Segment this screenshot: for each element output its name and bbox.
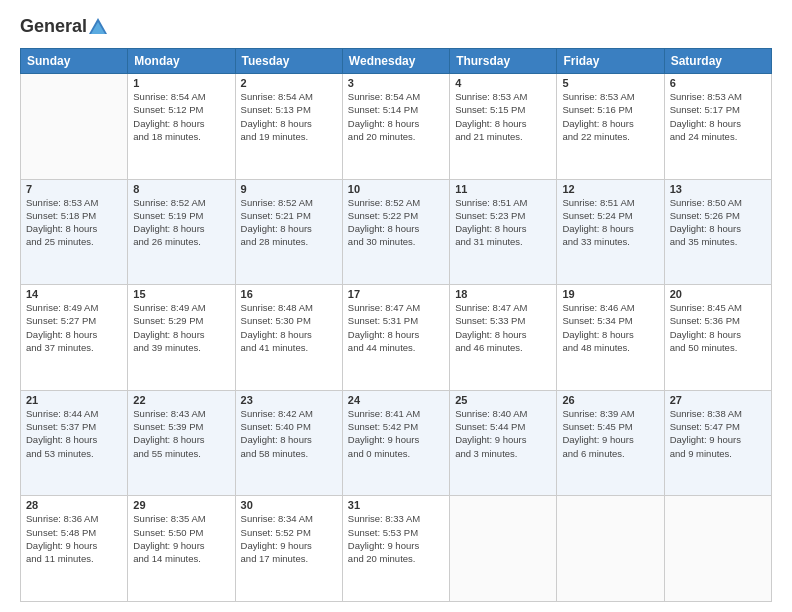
day-number: 2	[241, 77, 337, 89]
day-cell-16: 16Sunrise: 8:48 AM Sunset: 5:30 PM Dayli…	[235, 285, 342, 391]
day-cell-7: 7Sunrise: 8:53 AM Sunset: 5:18 PM Daylig…	[21, 179, 128, 285]
header: General	[20, 16, 772, 38]
day-info: Sunrise: 8:41 AM Sunset: 5:42 PM Dayligh…	[348, 407, 444, 460]
weekday-header-wednesday: Wednesday	[342, 49, 449, 74]
page: General SundayMondayTuesdayWednesdayThur…	[0, 0, 792, 612]
day-number: 28	[26, 499, 122, 511]
day-number: 23	[241, 394, 337, 406]
day-info: Sunrise: 8:38 AM Sunset: 5:47 PM Dayligh…	[670, 407, 766, 460]
day-info: Sunrise: 8:53 AM Sunset: 5:15 PM Dayligh…	[455, 90, 551, 143]
day-info: Sunrise: 8:51 AM Sunset: 5:23 PM Dayligh…	[455, 196, 551, 249]
weekday-header-saturday: Saturday	[664, 49, 771, 74]
day-cell-31: 31Sunrise: 8:33 AM Sunset: 5:53 PM Dayli…	[342, 496, 449, 602]
day-info: Sunrise: 8:42 AM Sunset: 5:40 PM Dayligh…	[241, 407, 337, 460]
day-info: Sunrise: 8:54 AM Sunset: 5:14 PM Dayligh…	[348, 90, 444, 143]
day-number: 13	[670, 183, 766, 195]
day-number: 29	[133, 499, 229, 511]
day-cell-2: 2Sunrise: 8:54 AM Sunset: 5:13 PM Daylig…	[235, 74, 342, 180]
day-cell-29: 29Sunrise: 8:35 AM Sunset: 5:50 PM Dayli…	[128, 496, 235, 602]
day-number: 17	[348, 288, 444, 300]
day-cell-6: 6Sunrise: 8:53 AM Sunset: 5:17 PM Daylig…	[664, 74, 771, 180]
day-info: Sunrise: 8:33 AM Sunset: 5:53 PM Dayligh…	[348, 512, 444, 565]
day-cell-18: 18Sunrise: 8:47 AM Sunset: 5:33 PM Dayli…	[450, 285, 557, 391]
weekday-header-thursday: Thursday	[450, 49, 557, 74]
day-number: 31	[348, 499, 444, 511]
day-cell-26: 26Sunrise: 8:39 AM Sunset: 5:45 PM Dayli…	[557, 390, 664, 496]
day-info: Sunrise: 8:52 AM Sunset: 5:19 PM Dayligh…	[133, 196, 229, 249]
day-number: 21	[26, 394, 122, 406]
day-number: 16	[241, 288, 337, 300]
day-info: Sunrise: 8:50 AM Sunset: 5:26 PM Dayligh…	[670, 196, 766, 249]
empty-cell	[21, 74, 128, 180]
day-number: 26	[562, 394, 658, 406]
day-info: Sunrise: 8:47 AM Sunset: 5:31 PM Dayligh…	[348, 301, 444, 354]
day-number: 8	[133, 183, 229, 195]
day-info: Sunrise: 8:35 AM Sunset: 5:50 PM Dayligh…	[133, 512, 229, 565]
day-cell-27: 27Sunrise: 8:38 AM Sunset: 5:47 PM Dayli…	[664, 390, 771, 496]
day-info: Sunrise: 8:46 AM Sunset: 5:34 PM Dayligh…	[562, 301, 658, 354]
day-cell-1: 1Sunrise: 8:54 AM Sunset: 5:12 PM Daylig…	[128, 74, 235, 180]
day-number: 11	[455, 183, 551, 195]
day-number: 19	[562, 288, 658, 300]
weekday-header-friday: Friday	[557, 49, 664, 74]
day-number: 7	[26, 183, 122, 195]
day-number: 9	[241, 183, 337, 195]
day-cell-20: 20Sunrise: 8:45 AM Sunset: 5:36 PM Dayli…	[664, 285, 771, 391]
logo-icon	[87, 16, 109, 38]
day-number: 20	[670, 288, 766, 300]
day-cell-24: 24Sunrise: 8:41 AM Sunset: 5:42 PM Dayli…	[342, 390, 449, 496]
day-info: Sunrise: 8:51 AM Sunset: 5:24 PM Dayligh…	[562, 196, 658, 249]
day-cell-12: 12Sunrise: 8:51 AM Sunset: 5:24 PM Dayli…	[557, 179, 664, 285]
day-info: Sunrise: 8:48 AM Sunset: 5:30 PM Dayligh…	[241, 301, 337, 354]
day-info: Sunrise: 8:53 AM Sunset: 5:18 PM Dayligh…	[26, 196, 122, 249]
day-cell-15: 15Sunrise: 8:49 AM Sunset: 5:29 PM Dayli…	[128, 285, 235, 391]
day-cell-21: 21Sunrise: 8:44 AM Sunset: 5:37 PM Dayli…	[21, 390, 128, 496]
day-cell-17: 17Sunrise: 8:47 AM Sunset: 5:31 PM Dayli…	[342, 285, 449, 391]
day-cell-4: 4Sunrise: 8:53 AM Sunset: 5:15 PM Daylig…	[450, 74, 557, 180]
day-number: 1	[133, 77, 229, 89]
day-number: 27	[670, 394, 766, 406]
day-cell-3: 3Sunrise: 8:54 AM Sunset: 5:14 PM Daylig…	[342, 74, 449, 180]
day-info: Sunrise: 8:43 AM Sunset: 5:39 PM Dayligh…	[133, 407, 229, 460]
weekday-header-monday: Monday	[128, 49, 235, 74]
day-number: 18	[455, 288, 551, 300]
day-info: Sunrise: 8:53 AM Sunset: 5:16 PM Dayligh…	[562, 90, 658, 143]
day-cell-11: 11Sunrise: 8:51 AM Sunset: 5:23 PM Dayli…	[450, 179, 557, 285]
week-row-2: 7Sunrise: 8:53 AM Sunset: 5:18 PM Daylig…	[21, 179, 772, 285]
day-number: 5	[562, 77, 658, 89]
logo: General	[20, 16, 109, 38]
day-info: Sunrise: 8:54 AM Sunset: 5:12 PM Dayligh…	[133, 90, 229, 143]
day-info: Sunrise: 8:49 AM Sunset: 5:29 PM Dayligh…	[133, 301, 229, 354]
weekday-header-sunday: Sunday	[21, 49, 128, 74]
day-info: Sunrise: 8:45 AM Sunset: 5:36 PM Dayligh…	[670, 301, 766, 354]
day-cell-19: 19Sunrise: 8:46 AM Sunset: 5:34 PM Dayli…	[557, 285, 664, 391]
day-info: Sunrise: 8:52 AM Sunset: 5:22 PM Dayligh…	[348, 196, 444, 249]
day-number: 25	[455, 394, 551, 406]
empty-cell	[557, 496, 664, 602]
weekday-header-row: SundayMondayTuesdayWednesdayThursdayFrid…	[21, 49, 772, 74]
day-number: 12	[562, 183, 658, 195]
day-info: Sunrise: 8:54 AM Sunset: 5:13 PM Dayligh…	[241, 90, 337, 143]
day-cell-9: 9Sunrise: 8:52 AM Sunset: 5:21 PM Daylig…	[235, 179, 342, 285]
day-info: Sunrise: 8:34 AM Sunset: 5:52 PM Dayligh…	[241, 512, 337, 565]
weekday-header-tuesday: Tuesday	[235, 49, 342, 74]
empty-cell	[450, 496, 557, 602]
day-number: 30	[241, 499, 337, 511]
logo-general-text: General	[20, 17, 87, 37]
day-cell-8: 8Sunrise: 8:52 AM Sunset: 5:19 PM Daylig…	[128, 179, 235, 285]
day-cell-14: 14Sunrise: 8:49 AM Sunset: 5:27 PM Dayli…	[21, 285, 128, 391]
week-row-4: 21Sunrise: 8:44 AM Sunset: 5:37 PM Dayli…	[21, 390, 772, 496]
day-number: 6	[670, 77, 766, 89]
day-cell-10: 10Sunrise: 8:52 AM Sunset: 5:22 PM Dayli…	[342, 179, 449, 285]
day-number: 10	[348, 183, 444, 195]
week-row-3: 14Sunrise: 8:49 AM Sunset: 5:27 PM Dayli…	[21, 285, 772, 391]
day-number: 4	[455, 77, 551, 89]
day-number: 24	[348, 394, 444, 406]
day-info: Sunrise: 8:40 AM Sunset: 5:44 PM Dayligh…	[455, 407, 551, 460]
day-number: 14	[26, 288, 122, 300]
calendar-table: SundayMondayTuesdayWednesdayThursdayFrid…	[20, 48, 772, 602]
day-info: Sunrise: 8:47 AM Sunset: 5:33 PM Dayligh…	[455, 301, 551, 354]
day-cell-5: 5Sunrise: 8:53 AM Sunset: 5:16 PM Daylig…	[557, 74, 664, 180]
day-info: Sunrise: 8:44 AM Sunset: 5:37 PM Dayligh…	[26, 407, 122, 460]
day-number: 22	[133, 394, 229, 406]
